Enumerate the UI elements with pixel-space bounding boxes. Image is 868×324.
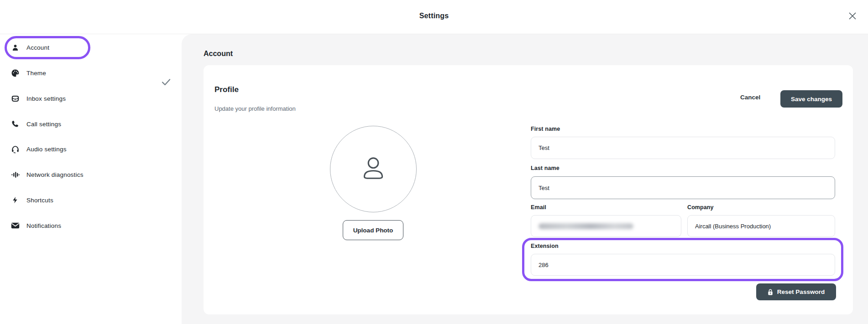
envelope-icon (10, 221, 20, 231)
save-changes-button[interactable]: Save changes (780, 90, 842, 108)
sidebar-item-label: Network diagnostics (26, 171, 84, 178)
settings-sidebar: Account Theme Inbox settings Call settin… (0, 34, 182, 324)
palette-icon (10, 68, 20, 78)
profile-card: Profile Update your profile information … (204, 65, 853, 314)
person-icon (10, 42, 20, 52)
profile-card-title: Profile (214, 85, 239, 94)
page-title: Settings (0, 12, 868, 20)
sidebar-item-inbox-settings[interactable]: Inbox settings (0, 89, 182, 108)
sidebar-item-notifications[interactable]: Notifications (0, 216, 182, 235)
settings-main-panel: Account Profile Update your profile info… (182, 34, 868, 324)
headphones-icon (10, 144, 20, 154)
sidebar-item-label: Audio settings (26, 146, 67, 153)
settings-header: Settings (0, 0, 868, 34)
company-label: Company (687, 204, 714, 211)
sidebar-item-audio-settings[interactable]: Audio settings (0, 140, 182, 158)
email-redacted-value (539, 223, 633, 229)
sidebar-item-label: Inbox settings (26, 95, 66, 102)
upload-photo-button[interactable]: Upload Photo (343, 220, 403, 240)
sidebar-item-call-settings[interactable]: Call settings (0, 115, 182, 133)
lightning-icon (10, 195, 20, 205)
email-label: Email (531, 204, 546, 211)
profile-card-subtitle: Update your profile information (214, 105, 296, 112)
last-name-label: Last name (531, 165, 559, 171)
sidebar-item-label: Call settings (26, 121, 61, 128)
signal-bars-icon (10, 170, 20, 180)
first-name-input[interactable] (531, 137, 835, 159)
sidebar-item-shortcuts[interactable]: Shortcuts (0, 191, 182, 209)
reset-password-label: Reset Password (777, 288, 825, 295)
first-name-label: First name (531, 126, 560, 132)
reset-password-button[interactable]: Reset Password (756, 283, 836, 300)
sidebar-item-label: Notifications (26, 222, 61, 229)
cancel-button[interactable]: Cancel (740, 94, 760, 101)
phone-icon (10, 119, 20, 129)
sidebar-item-label: Theme (26, 70, 46, 77)
close-icon (847, 11, 858, 22)
extension-input[interactable] (531, 254, 835, 276)
person-outline-icon (358, 153, 388, 185)
avatar (330, 126, 417, 212)
inbox-icon (10, 93, 20, 103)
sidebar-item-theme[interactable]: Theme (0, 64, 182, 82)
sidebar-item-label: Account (26, 44, 49, 51)
sidebar-item-account[interactable]: Account (0, 38, 182, 57)
sidebar-item-label: Shortcuts (26, 197, 53, 204)
last-name-input[interactable] (531, 176, 835, 199)
lock-icon (768, 289, 773, 295)
email-input[interactable] (531, 215, 681, 237)
close-button[interactable] (843, 7, 862, 26)
extension-label: Extension (531, 243, 559, 249)
account-section-title: Account (204, 50, 233, 58)
sidebar-item-network-diagnostics[interactable]: Network diagnostics (0, 165, 182, 184)
company-input[interactable] (687, 215, 835, 237)
